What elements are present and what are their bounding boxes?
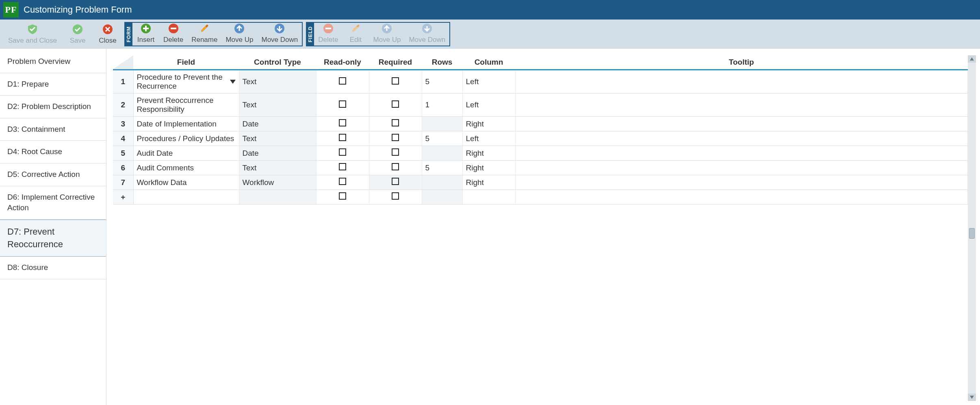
cell-control-type[interactable] bbox=[239, 190, 316, 205]
column-header-column[interactable]: Column bbox=[462, 55, 515, 70]
cell-control-type[interactable]: Text bbox=[239, 94, 316, 117]
column-header-required[interactable]: Required bbox=[369, 55, 422, 70]
cell-column[interactable]: Right bbox=[462, 146, 515, 161]
cell-rows[interactable] bbox=[422, 146, 462, 161]
cell-rows[interactable] bbox=[422, 175, 462, 190]
checkbox[interactable] bbox=[392, 134, 399, 141]
row-number[interactable]: 6 bbox=[113, 161, 133, 175]
scroll-up-arrow-icon[interactable] bbox=[968, 55, 976, 63]
form-rename-button[interactable]: Rename bbox=[187, 23, 221, 46]
cell-required[interactable] bbox=[369, 94, 422, 117]
cell-required[interactable] bbox=[369, 175, 422, 190]
field-delete-button[interactable]: Delete bbox=[314, 23, 342, 46]
cell-control-type[interactable]: Text bbox=[239, 131, 316, 146]
column-header-control-type[interactable]: Control Type bbox=[239, 55, 316, 70]
cell-tooltip[interactable] bbox=[515, 117, 968, 131]
cell-required[interactable] bbox=[369, 70, 422, 94]
checkbox[interactable] bbox=[339, 163, 346, 170]
checkbox[interactable] bbox=[339, 77, 346, 85]
field-move-down-button[interactable]: Move Down bbox=[405, 23, 449, 46]
sidebar-item[interactable]: D1: Prepare bbox=[0, 73, 106, 96]
column-header-rows[interactable]: Rows bbox=[422, 55, 462, 70]
table-row[interactable]: 6Audit CommentsText5Right bbox=[113, 161, 968, 175]
cell-control-type[interactable]: Text bbox=[239, 161, 316, 175]
cell-rows[interactable]: 1 bbox=[422, 94, 462, 117]
checkbox[interactable] bbox=[339, 100, 346, 108]
close-button[interactable]: Close bbox=[94, 22, 121, 46]
cell-field[interactable]: Audit Date bbox=[133, 146, 239, 161]
sidebar-item[interactable]: D4: Root Cause bbox=[0, 141, 106, 163]
column-header-tooltip[interactable]: Tooltip bbox=[515, 55, 968, 70]
cell-tooltip[interactable] bbox=[515, 146, 968, 161]
cell-column[interactable]: Right bbox=[462, 161, 515, 175]
table-row[interactable]: 7Workflow DataWorkflowRight bbox=[113, 175, 968, 190]
dropdown-caret-icon[interactable] bbox=[230, 80, 236, 84]
checkbox[interactable] bbox=[339, 119, 346, 126]
cell-control-type[interactable]: Date bbox=[239, 146, 316, 161]
table-row[interactable]: 4Procedures / Policy UpdatesText5Left bbox=[113, 131, 968, 146]
cell-field[interactable]: Workflow Data bbox=[133, 175, 239, 190]
cell-column[interactable]: Left bbox=[462, 94, 515, 117]
checkbox[interactable] bbox=[392, 163, 399, 170]
cell-rows[interactable]: 5 bbox=[422, 161, 462, 175]
cell-column[interactable]: Right bbox=[462, 117, 515, 131]
checkbox[interactable] bbox=[339, 134, 346, 141]
vertical-scrollbar[interactable] bbox=[968, 55, 976, 401]
cell-readonly[interactable] bbox=[316, 190, 369, 205]
cell-required[interactable] bbox=[369, 190, 422, 205]
checkbox[interactable] bbox=[392, 119, 399, 126]
cell-column[interactable] bbox=[462, 190, 515, 205]
cell-field[interactable]: Date of Implementation bbox=[133, 117, 239, 131]
cell-column[interactable]: Left bbox=[462, 70, 515, 94]
cell-tooltip[interactable] bbox=[515, 94, 968, 117]
cell-control-type[interactable]: Text bbox=[239, 70, 316, 94]
form-move-up-button[interactable]: Move Up bbox=[221, 23, 257, 46]
table-row[interactable]: 3Date of ImplementationDateRight bbox=[113, 117, 968, 131]
sidebar-item[interactable]: D7: Prevent Reoccurrence bbox=[0, 220, 106, 257]
save-and-close-button[interactable]: Save and Close bbox=[4, 22, 61, 46]
form-delete-button[interactable]: Delete bbox=[159, 23, 187, 46]
save-button[interactable]: Save bbox=[64, 22, 91, 46]
cell-column[interactable]: Left bbox=[462, 131, 515, 146]
sidebar-item[interactable]: D3: Containment bbox=[0, 118, 106, 141]
field-move-up-button[interactable]: Move Up bbox=[369, 23, 405, 46]
checkbox[interactable] bbox=[339, 178, 346, 185]
cell-field[interactable] bbox=[133, 190, 239, 205]
cell-rows[interactable] bbox=[422, 117, 462, 131]
field-edit-button[interactable]: Edit bbox=[342, 23, 369, 46]
cell-tooltip[interactable] bbox=[515, 161, 968, 175]
row-number[interactable]: 2 bbox=[113, 94, 133, 117]
cell-field[interactable]: Audit Comments bbox=[133, 161, 239, 175]
checkbox[interactable] bbox=[339, 192, 346, 200]
cell-required[interactable] bbox=[369, 117, 422, 131]
cell-field[interactable]: Procedures / Policy Updates bbox=[133, 131, 239, 146]
scroll-down-arrow-icon[interactable] bbox=[968, 394, 976, 401]
cell-readonly[interactable] bbox=[316, 117, 369, 131]
checkbox[interactable] bbox=[392, 77, 399, 85]
cell-control-type[interactable]: Workflow bbox=[239, 175, 316, 190]
form-insert-button[interactable]: Insert bbox=[132, 23, 159, 46]
table-row[interactable]: 1Procedure to Prevent the RecurrenceText… bbox=[113, 70, 968, 94]
table-row[interactable]: 2Prevent Reoccurrence ResponsibilityText… bbox=[113, 94, 968, 117]
cell-readonly[interactable] bbox=[316, 146, 369, 161]
cell-readonly[interactable] bbox=[316, 70, 369, 94]
sidebar-item[interactable]: D6: Implement Corrective Action bbox=[0, 186, 106, 220]
checkbox[interactable] bbox=[392, 148, 399, 156]
select-all-corner[interactable] bbox=[113, 55, 133, 70]
cell-field[interactable]: Prevent Reoccurrence Responsibility bbox=[133, 94, 239, 117]
cell-rows[interactable]: 5 bbox=[422, 131, 462, 146]
cell-control-type[interactable]: Date bbox=[239, 117, 316, 131]
checkbox[interactable] bbox=[339, 148, 346, 156]
cell-tooltip[interactable] bbox=[515, 131, 968, 146]
form-move-down-button[interactable]: Move Down bbox=[257, 23, 302, 46]
row-number[interactable]: 1 bbox=[113, 70, 133, 94]
cell-rows[interactable] bbox=[422, 190, 462, 205]
row-number[interactable]: 7 bbox=[113, 175, 133, 190]
add-row[interactable]: + bbox=[113, 190, 968, 205]
cell-tooltip[interactable] bbox=[515, 190, 968, 205]
cell-required[interactable] bbox=[369, 161, 422, 175]
cell-readonly[interactable] bbox=[316, 131, 369, 146]
cell-field[interactable]: Procedure to Prevent the Recurrence bbox=[133, 70, 239, 94]
add-row-marker[interactable]: + bbox=[113, 190, 133, 205]
cell-readonly[interactable] bbox=[316, 161, 369, 175]
